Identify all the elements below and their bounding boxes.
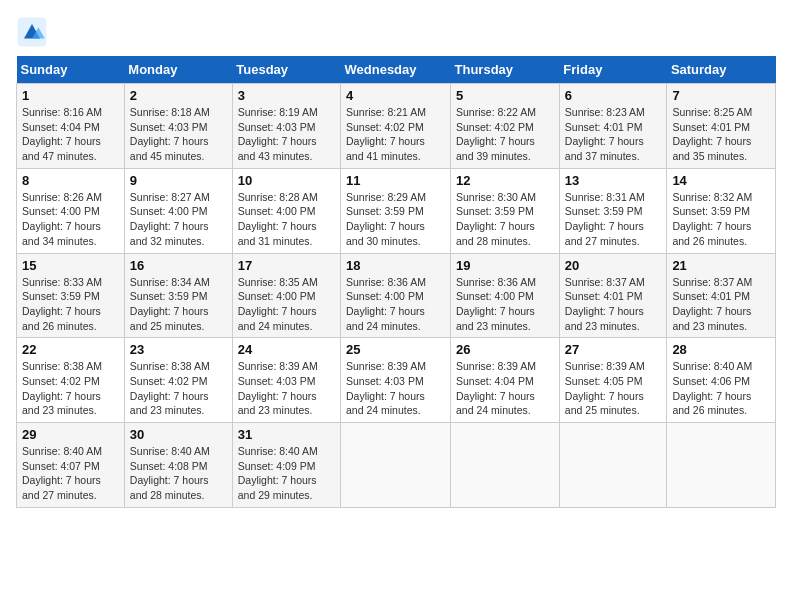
calendar-cell: 23Sunrise: 8:38 AM Sunset: 4:02 PM Dayli… — [124, 338, 232, 423]
calendar-cell — [667, 423, 776, 508]
day-detail: Sunrise: 8:28 AM Sunset: 4:00 PM Dayligh… — [238, 190, 335, 249]
day-detail: Sunrise: 8:40 AM Sunset: 4:08 PM Dayligh… — [130, 444, 227, 503]
day-detail: Sunrise: 8:34 AM Sunset: 3:59 PM Dayligh… — [130, 275, 227, 334]
day-detail: Sunrise: 8:22 AM Sunset: 4:02 PM Dayligh… — [456, 105, 554, 164]
day-number: 9 — [130, 173, 227, 188]
day-number: 3 — [238, 88, 335, 103]
weekday-header-thursday: Thursday — [451, 56, 560, 84]
day-number: 22 — [22, 342, 119, 357]
day-number: 7 — [672, 88, 770, 103]
day-number: 16 — [130, 258, 227, 273]
calendar-cell: 29Sunrise: 8:40 AM Sunset: 4:07 PM Dayli… — [17, 423, 125, 508]
day-detail: Sunrise: 8:32 AM Sunset: 3:59 PM Dayligh… — [672, 190, 770, 249]
calendar-cell: 19Sunrise: 8:36 AM Sunset: 4:00 PM Dayli… — [451, 253, 560, 338]
day-detail: Sunrise: 8:25 AM Sunset: 4:01 PM Dayligh… — [672, 105, 770, 164]
calendar-cell: 22Sunrise: 8:38 AM Sunset: 4:02 PM Dayli… — [17, 338, 125, 423]
day-detail: Sunrise: 8:23 AM Sunset: 4:01 PM Dayligh… — [565, 105, 662, 164]
day-detail: Sunrise: 8:21 AM Sunset: 4:02 PM Dayligh… — [346, 105, 445, 164]
day-number: 14 — [672, 173, 770, 188]
day-detail: Sunrise: 8:40 AM Sunset: 4:06 PM Dayligh… — [672, 359, 770, 418]
day-number: 11 — [346, 173, 445, 188]
calendar-cell: 27Sunrise: 8:39 AM Sunset: 4:05 PM Dayli… — [559, 338, 667, 423]
day-number: 24 — [238, 342, 335, 357]
day-detail: Sunrise: 8:40 AM Sunset: 4:07 PM Dayligh… — [22, 444, 119, 503]
day-number: 23 — [130, 342, 227, 357]
calendar-cell — [559, 423, 667, 508]
calendar-cell: 24Sunrise: 8:39 AM Sunset: 4:03 PM Dayli… — [232, 338, 340, 423]
calendar-cell: 17Sunrise: 8:35 AM Sunset: 4:00 PM Dayli… — [232, 253, 340, 338]
calendar-cell: 20Sunrise: 8:37 AM Sunset: 4:01 PM Dayli… — [559, 253, 667, 338]
day-detail: Sunrise: 8:36 AM Sunset: 4:00 PM Dayligh… — [346, 275, 445, 334]
day-detail: Sunrise: 8:38 AM Sunset: 4:02 PM Dayligh… — [130, 359, 227, 418]
day-number: 6 — [565, 88, 662, 103]
day-number: 12 — [456, 173, 554, 188]
day-detail: Sunrise: 8:40 AM Sunset: 4:09 PM Dayligh… — [238, 444, 335, 503]
calendar-cell: 31Sunrise: 8:40 AM Sunset: 4:09 PM Dayli… — [232, 423, 340, 508]
calendar-cell: 16Sunrise: 8:34 AM Sunset: 3:59 PM Dayli… — [124, 253, 232, 338]
day-number: 31 — [238, 427, 335, 442]
day-number: 28 — [672, 342, 770, 357]
calendar-cell: 30Sunrise: 8:40 AM Sunset: 4:08 PM Dayli… — [124, 423, 232, 508]
calendar-cell: 1Sunrise: 8:16 AM Sunset: 4:04 PM Daylig… — [17, 84, 125, 169]
calendar-cell: 21Sunrise: 8:37 AM Sunset: 4:01 PM Dayli… — [667, 253, 776, 338]
logo — [16, 16, 52, 48]
calendar-cell: 18Sunrise: 8:36 AM Sunset: 4:00 PM Dayli… — [341, 253, 451, 338]
day-number: 4 — [346, 88, 445, 103]
day-number: 2 — [130, 88, 227, 103]
calendar-cell: 12Sunrise: 8:30 AM Sunset: 3:59 PM Dayli… — [451, 168, 560, 253]
day-number: 18 — [346, 258, 445, 273]
day-number: 20 — [565, 258, 662, 273]
page-header — [16, 16, 776, 48]
calendar-cell: 10Sunrise: 8:28 AM Sunset: 4:00 PM Dayli… — [232, 168, 340, 253]
day-number: 5 — [456, 88, 554, 103]
day-detail: Sunrise: 8:39 AM Sunset: 4:04 PM Dayligh… — [456, 359, 554, 418]
day-number: 30 — [130, 427, 227, 442]
weekday-header-friday: Friday — [559, 56, 667, 84]
weekday-header-sunday: Sunday — [17, 56, 125, 84]
day-number: 25 — [346, 342, 445, 357]
calendar-cell: 7Sunrise: 8:25 AM Sunset: 4:01 PM Daylig… — [667, 84, 776, 169]
calendar-cell: 13Sunrise: 8:31 AM Sunset: 3:59 PM Dayli… — [559, 168, 667, 253]
calendar-table: SundayMondayTuesdayWednesdayThursdayFrid… — [16, 56, 776, 508]
day-number: 1 — [22, 88, 119, 103]
day-number: 19 — [456, 258, 554, 273]
weekday-header-wednesday: Wednesday — [341, 56, 451, 84]
day-detail: Sunrise: 8:26 AM Sunset: 4:00 PM Dayligh… — [22, 190, 119, 249]
calendar-cell: 25Sunrise: 8:39 AM Sunset: 4:03 PM Dayli… — [341, 338, 451, 423]
day-detail: Sunrise: 8:36 AM Sunset: 4:00 PM Dayligh… — [456, 275, 554, 334]
calendar-cell: 14Sunrise: 8:32 AM Sunset: 3:59 PM Dayli… — [667, 168, 776, 253]
day-number: 10 — [238, 173, 335, 188]
calendar-cell: 9Sunrise: 8:27 AM Sunset: 4:00 PM Daylig… — [124, 168, 232, 253]
day-detail: Sunrise: 8:39 AM Sunset: 4:03 PM Dayligh… — [346, 359, 445, 418]
calendar-cell — [341, 423, 451, 508]
calendar-cell: 11Sunrise: 8:29 AM Sunset: 3:59 PM Dayli… — [341, 168, 451, 253]
day-detail: Sunrise: 8:35 AM Sunset: 4:00 PM Dayligh… — [238, 275, 335, 334]
weekday-header-monday: Monday — [124, 56, 232, 84]
calendar-cell: 28Sunrise: 8:40 AM Sunset: 4:06 PM Dayli… — [667, 338, 776, 423]
day-detail: Sunrise: 8:33 AM Sunset: 3:59 PM Dayligh… — [22, 275, 119, 334]
logo-icon — [16, 16, 48, 48]
day-detail: Sunrise: 8:27 AM Sunset: 4:00 PM Dayligh… — [130, 190, 227, 249]
day-number: 29 — [22, 427, 119, 442]
calendar-cell: 15Sunrise: 8:33 AM Sunset: 3:59 PM Dayli… — [17, 253, 125, 338]
day-detail: Sunrise: 8:37 AM Sunset: 4:01 PM Dayligh… — [565, 275, 662, 334]
day-detail: Sunrise: 8:29 AM Sunset: 3:59 PM Dayligh… — [346, 190, 445, 249]
calendar-cell: 3Sunrise: 8:19 AM Sunset: 4:03 PM Daylig… — [232, 84, 340, 169]
calendar-cell: 26Sunrise: 8:39 AM Sunset: 4:04 PM Dayli… — [451, 338, 560, 423]
day-detail: Sunrise: 8:31 AM Sunset: 3:59 PM Dayligh… — [565, 190, 662, 249]
day-number: 21 — [672, 258, 770, 273]
day-detail: Sunrise: 8:19 AM Sunset: 4:03 PM Dayligh… — [238, 105, 335, 164]
calendar-cell: 6Sunrise: 8:23 AM Sunset: 4:01 PM Daylig… — [559, 84, 667, 169]
day-detail: Sunrise: 8:18 AM Sunset: 4:03 PM Dayligh… — [130, 105, 227, 164]
weekday-header-saturday: Saturday — [667, 56, 776, 84]
day-detail: Sunrise: 8:39 AM Sunset: 4:05 PM Dayligh… — [565, 359, 662, 418]
day-number: 15 — [22, 258, 119, 273]
calendar-cell: 5Sunrise: 8:22 AM Sunset: 4:02 PM Daylig… — [451, 84, 560, 169]
day-detail: Sunrise: 8:37 AM Sunset: 4:01 PM Dayligh… — [672, 275, 770, 334]
day-number: 27 — [565, 342, 662, 357]
day-number: 13 — [565, 173, 662, 188]
day-detail: Sunrise: 8:16 AM Sunset: 4:04 PM Dayligh… — [22, 105, 119, 164]
calendar-cell: 8Sunrise: 8:26 AM Sunset: 4:00 PM Daylig… — [17, 168, 125, 253]
day-detail: Sunrise: 8:38 AM Sunset: 4:02 PM Dayligh… — [22, 359, 119, 418]
day-detail: Sunrise: 8:39 AM Sunset: 4:03 PM Dayligh… — [238, 359, 335, 418]
